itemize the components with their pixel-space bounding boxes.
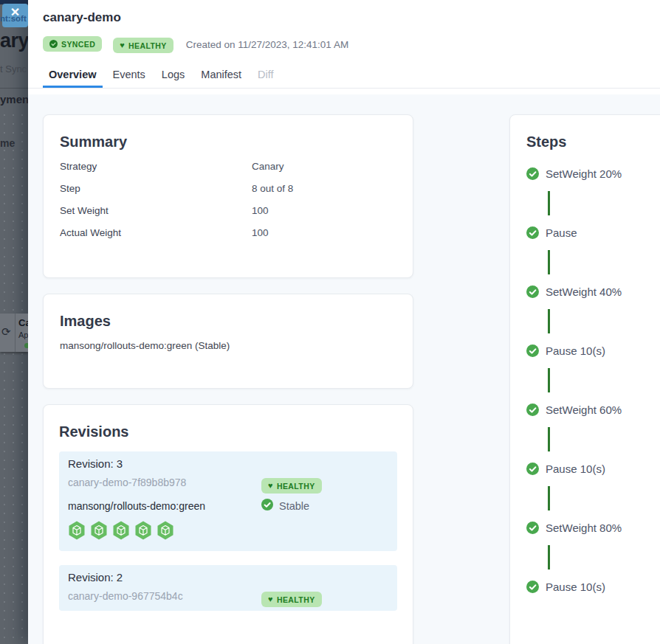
check-circle-icon bbox=[49, 40, 58, 48]
background-link-fragment: nt:soft bbox=[0, 14, 27, 23]
check-circle-icon bbox=[526, 404, 539, 416]
pod-icon bbox=[134, 521, 152, 543]
revision-title: Revision: 2 bbox=[68, 571, 123, 584]
sync-arrows-icon: ⟳ bbox=[1, 325, 11, 339]
step-connector bbox=[548, 250, 550, 274]
revisions-card: Revisions Revision: 3 canary-demo-7f89b8… bbox=[43, 404, 413, 644]
summary-title: Summary bbox=[60, 133, 396, 150]
revision-title: Revision: 3 bbox=[68, 457, 123, 470]
step-label: SetWeight 60% bbox=[546, 404, 622, 416]
heart-icon: ♥ bbox=[268, 482, 273, 490]
steps-list: SetWeight 20% Pause SetWeight 40% Pause … bbox=[526, 167, 660, 593]
step-item: SetWeight 80% bbox=[526, 522, 660, 534]
step-item: SetWeight 60% bbox=[526, 404, 660, 416]
check-circle-icon bbox=[526, 285, 539, 298]
step-connector bbox=[548, 191, 550, 215]
step-item: SetWeight 20% bbox=[526, 167, 660, 180]
pod-icon bbox=[68, 521, 86, 543]
status-badge-label: SYNCED bbox=[61, 40, 95, 49]
tile-subtitle-fragment: Ap bbox=[18, 330, 28, 339]
summary-row-label: Step bbox=[60, 183, 252, 194]
summary-row-label: Actual Weight bbox=[60, 227, 252, 238]
step-connector bbox=[548, 427, 550, 451]
status-badge-synced: SYNCED bbox=[43, 36, 102, 52]
replicaset-name: canary-demo-7f89b8b978 bbox=[68, 477, 186, 488]
check-circle-icon bbox=[526, 167, 539, 180]
check-circle-icon bbox=[526, 522, 539, 534]
summary-row-value: Canary bbox=[252, 161, 284, 172]
check-circle-icon bbox=[261, 499, 273, 513]
summary-row: Step 8 out of 8 bbox=[60, 177, 396, 199]
summary-row-label: Set Weight bbox=[60, 205, 252, 216]
step-label: Pause bbox=[546, 226, 577, 239]
background-dot-grid bbox=[0, 111, 28, 644]
step-label: Pause 10(s) bbox=[546, 581, 605, 593]
health-badge: ♥ HEALTHY bbox=[261, 592, 322, 607]
background-divider bbox=[0, 88, 28, 89]
pod-icon bbox=[112, 521, 130, 543]
summary-row-value: 8 out of 8 bbox=[252, 183, 293, 194]
tab-manifest[interactable]: Manifest bbox=[195, 64, 247, 88]
revision-list: Revision: 3 canary-demo-7f89b8b978 ♥ HEA… bbox=[59, 451, 397, 611]
check-circle-icon bbox=[526, 344, 539, 357]
replicaset-name: canary-demo-967754b4c bbox=[68, 590, 183, 602]
heart-icon: ♥ bbox=[120, 41, 125, 49]
step-connector bbox=[548, 545, 550, 569]
step-connector bbox=[548, 309, 550, 333]
summary-row-label: Strategy bbox=[60, 161, 252, 172]
panel-header: canary-demo SYNCED♥HEALTHY Created on 11… bbox=[28, 0, 660, 53]
status-badge-healthy: ♥HEALTHY bbox=[113, 38, 173, 53]
rollout-details-panel: canary-demo SYNCED♥HEALTHY Created on 11… bbox=[28, 0, 660, 644]
health-badge-label: HEALTHY bbox=[277, 482, 315, 491]
images-title: Images bbox=[60, 312, 396, 330]
panel-content: Summary Strategy Canary Step 8 out of 8 … bbox=[28, 94, 660, 644]
tab-overview[interactable]: Overview bbox=[43, 64, 103, 88]
background-sync-fragment: t Sync bbox=[0, 63, 27, 75]
background-heading-fragment: ary- bbox=[0, 30, 28, 52]
tab-bar: OverviewEventsLogsManifestDiff bbox=[28, 64, 660, 89]
health-badge: ♥ HEALTHY bbox=[261, 478, 322, 494]
pod-icon bbox=[157, 521, 174, 543]
background-resource-tile: ⟳ Ca Ap bbox=[0, 314, 28, 352]
check-circle-icon bbox=[526, 226, 539, 239]
step-label: SetWeight 80% bbox=[546, 522, 622, 534]
images-card: Images mansong/rollouts-demo:green (Stab… bbox=[43, 294, 413, 389]
check-circle-icon bbox=[526, 581, 539, 593]
revision-card-1: Revision: 3 canary-demo-7f89b8b978 ♥ HEA… bbox=[59, 451, 397, 551]
background-page: nt:soft ✕ ary- t Sync yment me ⟳ Ca Ap bbox=[0, 0, 28, 644]
step-connector bbox=[548, 368, 550, 392]
tile-title-fragment: Ca bbox=[18, 317, 28, 328]
summary-rows: Strategy Canary Step 8 out of 8 Set Weig… bbox=[60, 155, 396, 243]
step-item: Pause 10(s) bbox=[526, 581, 660, 593]
tab-logs[interactable]: Logs bbox=[156, 64, 190, 88]
steps-card: Steps SetWeight 20% Pause SetWeight 40% … bbox=[509, 114, 660, 644]
revision-role-label: Stable bbox=[279, 500, 309, 512]
revision-card-2: Revision: 2 canary-demo-967754b4c ♥ HEAL… bbox=[59, 565, 397, 611]
heart-icon: ♥ bbox=[268, 595, 273, 603]
step-label: Pause 10(s) bbox=[546, 344, 605, 357]
summary-card: Summary Strategy Canary Step 8 out of 8 … bbox=[43, 114, 413, 278]
step-item: Pause 10(s) bbox=[526, 344, 660, 357]
step-label: Pause 10(s) bbox=[546, 463, 605, 475]
step-label: SetWeight 20% bbox=[546, 167, 622, 180]
summary-row-value: 100 bbox=[252, 205, 269, 216]
revisions-title: Revisions bbox=[59, 423, 397, 440]
health-badge-label: HEALTHY bbox=[277, 595, 315, 604]
status-badge-label: HEALTHY bbox=[128, 41, 167, 50]
background-column-fragment: me bbox=[0, 137, 15, 149]
status-row: SYNCED♥HEALTHY Created on 11/27/2023, 12… bbox=[43, 36, 660, 53]
summary-row: Set Weight 100 bbox=[60, 199, 396, 221]
status-badges: SYNCED♥HEALTHY bbox=[43, 36, 173, 53]
created-timestamp: Created on 11/27/2023, 12:41:01 AM bbox=[186, 39, 348, 50]
summary-row: Strategy Canary bbox=[60, 155, 396, 177]
revision-role: Stable bbox=[261, 499, 309, 513]
summary-row: Actual Weight 100 bbox=[60, 221, 396, 243]
step-connector bbox=[548, 486, 550, 510]
revision-image: mansong/rollouts-demo:green bbox=[68, 500, 205, 512]
check-circle-icon bbox=[526, 463, 539, 475]
tab-events[interactable]: Events bbox=[107, 64, 151, 88]
tab-diff[interactable]: Diff bbox=[252, 64, 280, 88]
summary-row-value: 100 bbox=[252, 227, 269, 238]
steps-title: Steps bbox=[526, 133, 660, 150]
pod-icon bbox=[90, 521, 108, 543]
